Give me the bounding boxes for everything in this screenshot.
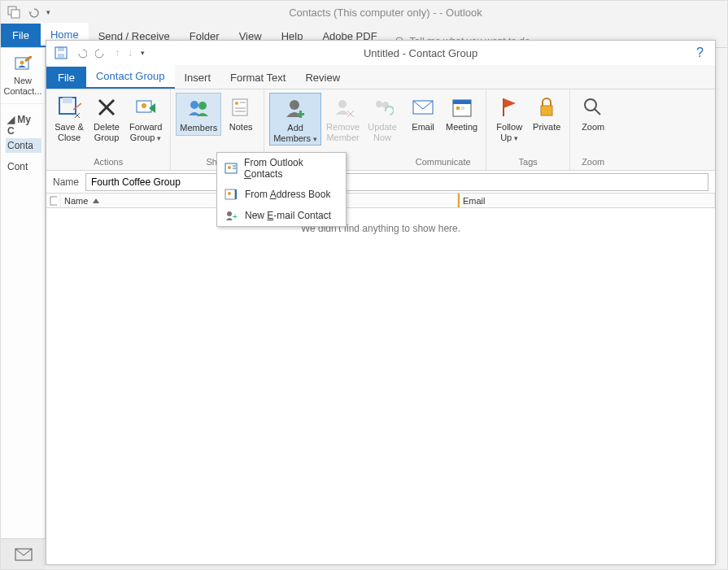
dropdown-new-email-contact[interactable]: + New E-mail Contact [217,205,346,226]
contact-group-window: ↑ ↓ ▾ Untitled - Contact Group ? File Co… [46,40,716,565]
contacts-folder[interactable]: Cont [6,159,41,174]
svg-rect-18 [233,99,247,115]
grid-email-col[interactable]: Email [458,194,715,207]
dropdown-item-label: New E-mail Contact [245,210,331,221]
main-window-title: Contacts (This computer only) - - Outloo… [289,7,482,19]
mail-nav-icon[interactable] [1,538,46,569]
svg-rect-36 [541,106,552,115]
qat-icon[interactable] [7,6,20,19]
svg-rect-8 [58,47,64,51]
svg-rect-25 [297,113,304,115]
svg-rect-1 [11,10,20,18]
svg-rect-45 [235,189,237,199]
addressbook-icon [224,162,238,175]
dropdown-item-label: From Outlook Contacts [244,157,339,180]
main-titlebar: ▾ Contacts (This computer only) - - Outl… [1,1,727,24]
ribbon-group-communicate-label: Communicate [416,157,471,168]
svg-point-37 [585,99,596,111]
up-arrow-icon[interactable]: ↑ [115,47,120,59]
grid-header: Name Email [46,194,715,208]
svg-rect-33 [453,100,471,104]
ribbon-group-actions-label: Actions [94,157,123,168]
sort-asc-icon [93,198,99,203]
svg-point-29 [376,101,382,107]
child-insert-tab[interactable]: Insert [175,66,221,89]
name-bar: Name [46,171,715,194]
qat2-customize-icon[interactable]: ▾ [141,49,145,57]
child-window-title: Untitled - Contact Group [153,47,688,59]
ribbon-group-zoom-label: Zoom [582,157,604,168]
ribbon-group-tags-label: Tags [519,157,538,168]
child-formattext-tab[interactable]: Format Text [220,66,295,89]
private-button[interactable]: Private [529,93,565,134]
help-icon[interactable]: ? [696,46,707,60]
svg-rect-11 [63,98,72,103]
grid-icon-col[interactable] [46,194,61,207]
svg-point-47 [227,211,232,216]
child-file-tab[interactable]: File [46,67,86,89]
ribbon: Save &Close DeleteGroup ForwardGroup ▾ A… [46,89,715,171]
name-label: Name [46,176,85,188]
new-contact-icon: + [224,209,238,222]
contacts-folder-selected[interactable]: Conta [6,138,41,153]
down-arrow-icon[interactable]: ↓ [128,47,133,59]
ribbon-group-actions: Save &Close DeleteGroup ForwardGroup ▾ A… [46,89,171,170]
my-contacts-header[interactable]: ◢ My C [6,112,41,138]
followup-button[interactable]: FollowUp ▾ [491,93,527,144]
svg-point-16 [190,101,198,109]
remove-member-button: RemoveMember [323,93,363,144]
delete-group-button[interactable]: DeleteGroup [89,93,124,144]
left-panel: NewContact... ◢ My C Conta Cont [1,48,46,569]
add-members-dropdown: From Outlook Contacts From Address Book … [216,152,347,227]
add-members-button[interactable]: AddMembers ▾ [269,93,321,146]
svg-rect-34 [456,107,460,110]
svg-point-5 [20,61,24,65]
svg-point-19 [235,102,238,105]
grid-body: We didn't find anything to show here. [46,208,715,564]
svg-rect-35 [461,107,464,110]
members-button[interactable]: Members [176,93,221,136]
undo2-icon[interactable] [76,47,87,59]
dropdown-item-label: From Address Book [245,189,330,200]
svg-point-26 [338,100,347,108]
svg-text:+: + [233,212,238,221]
dropdown-from-address-book[interactable]: From Address Book [217,184,346,205]
forward-group-button[interactable]: ForwardGroup ▾ [126,93,165,144]
update-now-button: UpdateNow [364,93,400,144]
redo2-icon[interactable] [95,47,107,59]
empty-message: We didn't find anything to show here. [46,208,715,234]
outlook-app: ▾ Contacts (This computer only) - - Outl… [0,0,728,570]
zoom-button[interactable]: Zoom [575,93,611,134]
group-name-input[interactable] [85,173,708,191]
email-button[interactable]: Email [405,93,441,134]
new-contact-button[interactable]: NewContact... [1,48,45,104]
meeting-button[interactable]: Meeting [442,93,481,134]
new-contact-label: NewContact... [1,76,45,97]
save-close-button[interactable]: Save &Close [51,93,87,144]
svg-line-38 [595,109,600,115]
dropdown-from-outlook-contacts[interactable]: From Outlook Contacts [217,153,346,184]
svg-rect-9 [58,54,64,58]
ribbon-group-communicate: Email Meeting Communicate [400,89,486,170]
notes-button[interactable]: Notes [223,93,259,134]
ribbon-group-tags: FollowUp ▾ Private Tags [486,89,570,170]
undo-icon[interactable] [27,7,40,18]
svg-point-41 [228,166,231,169]
ribbon-group-zoom: Zoom Zoom [570,89,616,170]
svg-point-46 [228,192,231,195]
svg-point-23 [290,100,299,110]
addressbook2-icon [224,188,238,201]
main-file-tab[interactable]: File [1,24,41,47]
svg-rect-39 [50,197,57,205]
svg-point-15 [142,103,146,108]
child-contactgroup-tab[interactable]: Contact Group [86,64,175,89]
child-review-tab[interactable]: Review [295,66,350,89]
svg-point-17 [198,102,207,110]
save-icon[interactable] [54,46,68,59]
